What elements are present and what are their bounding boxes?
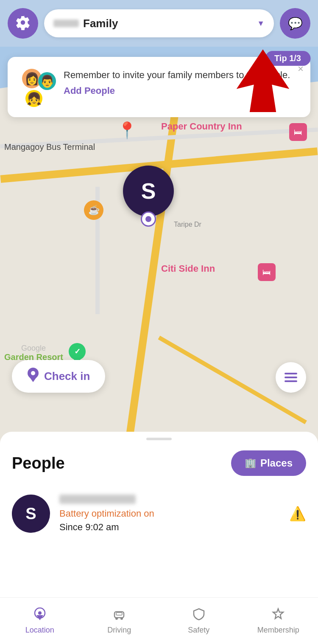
svg-rect-14: [116, 613, 122, 615]
hotel-paper-icon: 🛏: [289, 123, 307, 141]
gear-icon: [15, 15, 31, 32]
nav-location[interactable]: Location: [0, 607, 80, 635]
checkin-pin-icon: [27, 368, 39, 385]
svg-text:✓: ✓: [74, 347, 81, 356]
checkin-button[interactable]: Check in: [12, 360, 105, 393]
nav-safety[interactable]: Safety: [159, 607, 239, 635]
tip-avatars: 👩 👨 👧: [18, 69, 56, 107]
citi-inn-label: Citi Side Inn: [161, 263, 215, 274]
user-location-pin: [141, 211, 156, 227]
chat-button[interactable]: 💬: [280, 8, 310, 39]
location-nav-label: Location: [25, 626, 54, 635]
dropdown-arrow-icon: ▼: [257, 19, 265, 28]
person-avatar: S: [12, 495, 50, 533]
places-icon: 🏢: [245, 458, 256, 469]
svg-marker-4: [29, 376, 37, 382]
driving-nav-icon: [113, 607, 126, 623]
tip-card-wrapper: Tip 1/3 👩 👨 👧 Remember to invite your fa…: [8, 51, 310, 117]
road-secondary: [0, 127, 318, 148]
bottom-nav: Location Driving Safety Membership: [0, 597, 318, 644]
layers-icon: [283, 369, 299, 385]
person-info: Battery optimization on Since 9:02 am: [59, 495, 280, 533]
membership-nav-label: Membership: [257, 626, 299, 635]
svg-point-5: [31, 371, 35, 375]
tip-content: Remember to invite your family members t…: [64, 69, 300, 96]
tip-badge: Tip 1/3: [265, 51, 310, 66]
layers-button[interactable]: [276, 362, 306, 393]
person-row[interactable]: S Battery optimization on Since 9:02 am …: [12, 488, 306, 540]
svg-point-16: [120, 617, 123, 620]
safety-nav-icon: [192, 607, 205, 623]
taripe-label: Taripe Dr: [174, 221, 201, 228]
person-name-blurred: [59, 495, 136, 504]
avatar-girl: 👧: [25, 90, 42, 107]
sheet-header: People 🏢 Places: [12, 450, 306, 476]
user-marker[interactable]: S: [123, 166, 174, 217]
avatar-man: 👨: [38, 72, 56, 90]
safety-nav-label: Safety: [188, 626, 209, 635]
places-label: Places: [260, 457, 293, 469]
driving-nav-label: Driving: [107, 626, 131, 635]
hotel-citi-icon: 🛏: [258, 263, 276, 281]
location-nav-icon: [33, 607, 46, 623]
nav-driving[interactable]: Driving: [80, 607, 159, 635]
places-button[interactable]: 🏢 Places: [231, 450, 306, 476]
person-battery-status: Battery optimization on: [59, 508, 280, 519]
tip-message: Remember to invite your family members t…: [64, 69, 300, 82]
tip-card: 👩 👨 👧 Remember to invite your family mem…: [8, 57, 310, 117]
settings-button[interactable]: [8, 8, 38, 39]
header: Family ▼ 💬: [0, 0, 318, 47]
coffee-icon: ☕: [84, 200, 103, 220]
svg-rect-7: [285, 377, 297, 378]
people-title: People: [12, 454, 65, 472]
checkin-label: Check in: [44, 370, 90, 383]
circle-selector[interactable]: Family ▼: [44, 9, 274, 37]
svg-point-12: [38, 611, 42, 615]
add-people-link[interactable]: Add People: [64, 85, 115, 96]
circle-blurred-name: [53, 20, 79, 27]
nav-membership[interactable]: Membership: [239, 607, 318, 635]
chat-icon: 💬: [288, 17, 303, 31]
svg-point-15: [115, 617, 118, 620]
warning-icon: ⚠️: [289, 506, 306, 522]
svg-rect-6: [285, 373, 297, 374]
google-watermark: Google: [21, 344, 46, 353]
membership-nav-icon: [272, 607, 285, 623]
sheet-handle: [146, 438, 172, 440]
person-since: Since 9:02 am: [59, 522, 280, 533]
svg-rect-8: [285, 380, 297, 382]
circle-name: Family: [83, 17, 257, 30]
gray-pin-icon: 📍: [117, 121, 137, 140]
